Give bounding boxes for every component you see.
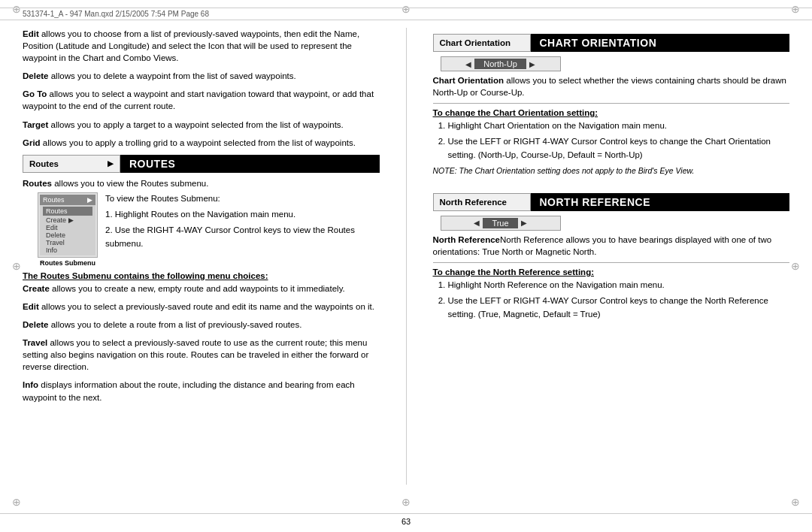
edit-para: Edit allows you to choose from a list of…	[23, 28, 380, 64]
info-choice: Info displays information about the rout…	[23, 379, 380, 403]
north-step-2: Use the LEFT or RIGHT 4-WAY Cursor Contr…	[448, 295, 790, 321]
north-step-1: Highlight North Reference on the Navigat…	[448, 279, 790, 292]
page-footer: 63	[0, 513, 812, 526]
delete-choice: Delete allows you to delete a route from…	[23, 319, 380, 331]
routes-step1: 1. Highlight Routes on the Navigation ma…	[105, 208, 380, 221]
routes-bold: Routes	[23, 179, 52, 188]
north-reference-widget-area: ◀ True ▶	[441, 216, 790, 231]
north-reference-label: North Reference	[433, 193, 531, 211]
chart-orientation-bold: Chart Orientation	[433, 76, 504, 85]
routes-to-view: To view the Routes Submenu:	[105, 192, 380, 205]
chart-step-1: Highlight Chart Orientation on the Navig…	[448, 119, 790, 132]
chart-step-2: Use the LEFT or RIGHT 4-WAY Cursor Contr…	[448, 135, 790, 162]
routes-image-routes: Routes	[43, 207, 92, 216]
delete-choice-text: allows you to delete a route from a list…	[49, 320, 302, 329]
north-reference-header: North Reference NORTH REFERENCE	[433, 193, 790, 211]
chart-orientation-label: Chart Orientation	[433, 34, 531, 52]
routes-description: Routes allows you to view the Routes sub…	[23, 177, 380, 189]
chart-orientation-label-text: Chart Orientation	[440, 38, 511, 47]
routes-desc-text: allows you to view the Routes submenu.	[52, 179, 208, 188]
grid-para: Grid allows you to apply a trolling grid…	[23, 137, 380, 149]
routes-image-body: Routes Create ▶ Edit Delete Travel Info	[40, 205, 95, 255]
chart-orientation-header: Chart Orientation CHART ORIENTATION	[433, 34, 790, 52]
north-reference-value: True	[483, 218, 517, 228]
north-reference-desc: North ReferenceNorth Reference allows yo…	[433, 234, 790, 258]
north-change-title: To change the North Reference setting:	[433, 268, 790, 277]
north-right-arrow[interactable]: ▶	[521, 219, 527, 227]
page-number: 63	[401, 517, 411, 526]
target-para: Target allows you to apply a target to a…	[23, 119, 380, 131]
edit-text: allows you to choose from a list of prev…	[23, 29, 359, 62]
routes-item-travel: Travel	[43, 239, 92, 246]
create-text: allows you to create a new, empty route …	[50, 284, 345, 293]
right-column: Chart Orientation CHART ORIENTATION ◀ No…	[426, 28, 790, 485]
routes-item-create: Create ▶	[43, 216, 92, 224]
info-text: displays information about the route, in…	[23, 380, 355, 401]
routes-step2: 2. Use the RIGHT 4-WAY Cursor Control ke…	[105, 224, 380, 250]
routes-label: Routes ▶	[23, 155, 120, 173]
main-content: Edit allows you to choose from a list of…	[0, 20, 812, 492]
chart-steps: Highlight Chart Orientation on the Navig…	[448, 119, 790, 162]
goto-text: allows you to select a waypoint and star…	[23, 89, 374, 110]
submenu-contains-title: The Routes Submenu contains the followin…	[23, 271, 380, 280]
edit-bold: Edit	[23, 29, 39, 38]
chart-note: NOTE: The Chart Orientation setting does…	[433, 166, 790, 175]
page-container: 531374-1_A - 947 Man.qxd 2/15/2005 7:54 …	[0, 0, 812, 532]
delete-text: allows you to delete a waypoint from the…	[49, 71, 296, 80]
grid-text: allows you to apply a trolling grid to a…	[41, 138, 356, 147]
chart-orientation-nav-widget[interactable]: ◀ North-Up ▶	[441, 56, 561, 71]
goto-para: Go To allows you to select a waypoint an…	[23, 88, 380, 112]
chart-left-arrow[interactable]: ◀	[465, 60, 471, 68]
column-divider	[406, 28, 407, 485]
routes-image-arrow: ▶	[87, 196, 92, 204]
chart-orientation-desc: Chart Orientation allows you to select w…	[433, 74, 790, 98]
chart-orientation-title: CHART ORIENTATION	[531, 34, 790, 52]
north-left-arrow[interactable]: ◀	[474, 219, 480, 227]
create-bold: Create	[23, 284, 50, 293]
routes-image-block: Routes ▶ Routes Create ▶ Edit Delete Tra…	[38, 192, 98, 267]
chart-orientation-widget-area: ◀ North-Up ▶	[441, 56, 790, 71]
edit-choice-bold: Edit	[23, 302, 39, 311]
spacer	[433, 175, 790, 187]
routes-text-side: To view the Routes Submenu: 1. Highlight…	[105, 192, 380, 250]
routes-submenu-caption: Routes Submenu	[38, 259, 98, 267]
edit-choice: Edit allows you to select a previously-s…	[23, 301, 380, 313]
chart-right-arrow[interactable]: ▶	[529, 60, 535, 68]
routes-image-header: Routes ▶	[40, 195, 95, 205]
north-divider	[433, 262, 790, 263]
north-reference-bold: North Reference	[433, 235, 500, 244]
info-bold: Info	[23, 380, 38, 389]
north-reference-label-text: North Reference	[440, 198, 507, 207]
routes-arrow: ▶	[108, 159, 114, 168]
chart-change-title: To change the Chart Orientation setting:	[433, 108, 790, 117]
goto-bold: Go To	[23, 89, 47, 98]
travel-bold: Travel	[23, 338, 47, 347]
create-choice: Create allows you to create a new, empty…	[23, 283, 380, 295]
travel-text: allows you to select a previously-saved …	[23, 338, 368, 371]
north-reference-nav-widget[interactable]: ◀ True ▶	[441, 216, 561, 231]
target-bold: Target	[23, 120, 48, 129]
routes-image-label-text: Routes	[43, 196, 65, 204]
delete-para: Delete allows you to delete a waypoint f…	[23, 70, 380, 82]
chart-orientation-value: North-Up	[474, 59, 526, 69]
target-text: allows you to apply a target to a waypoi…	[48, 120, 343, 129]
routes-section-header: Routes ▶ ROUTES	[23, 155, 380, 173]
chart-divider	[433, 103, 790, 104]
routes-submenu-area: Routes ▶ Routes Create ▶ Edit Delete Tra…	[38, 192, 380, 267]
routes-item-edit: Edit	[43, 224, 92, 231]
page-header: 531374-1_A - 947 Man.qxd 2/15/2005 7:54 …	[0, 8, 812, 20]
left-column: Edit allows you to choose from a list of…	[23, 28, 387, 485]
routes-image: Routes ▶ Routes Create ▶ Edit Delete Tra…	[38, 192, 98, 258]
north-reference-title: NORTH REFERENCE	[531, 193, 790, 211]
travel-choice: Travel allows you to select a previously…	[23, 337, 380, 373]
delete-choice-bold: Delete	[23, 320, 49, 329]
routes-item-delete: Delete	[43, 231, 92, 239]
delete-bold: Delete	[23, 71, 49, 80]
north-steps: Highlight North Reference on the Navigat…	[448, 279, 790, 321]
routes-item-info: Info	[43, 246, 92, 254]
header-text: 531374-1_A - 947 Man.qxd 2/15/2005 7:54 …	[23, 10, 209, 18]
edit-choice-text: allows you to select a previously-saved …	[39, 302, 374, 311]
grid-bold: Grid	[23, 138, 41, 147]
routes-title: ROUTES	[120, 155, 380, 173]
